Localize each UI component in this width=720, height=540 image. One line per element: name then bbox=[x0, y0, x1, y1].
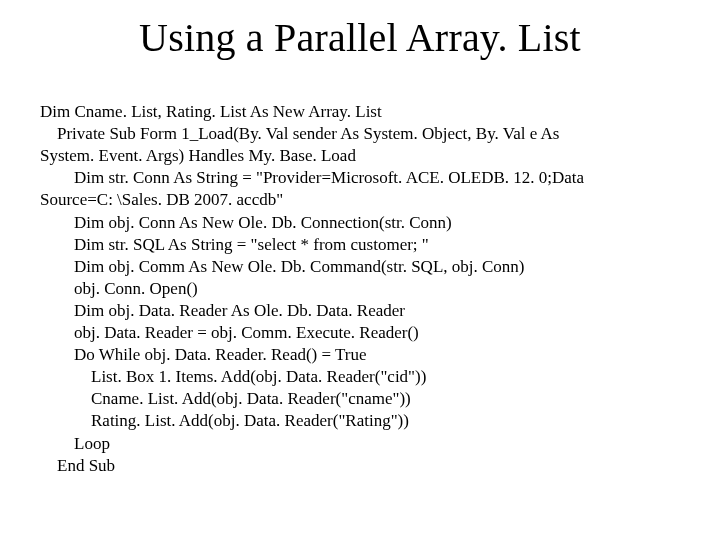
slide-title: Using a Parallel Array. List bbox=[40, 14, 680, 61]
code-line: Source=C: \Sales. DB 2007. accdb" bbox=[40, 190, 283, 209]
slide: Using a Parallel Array. List Dim Cname. … bbox=[0, 0, 720, 540]
code-line: Loop bbox=[40, 434, 110, 453]
code-line: Rating. List. Add(obj. Data. Reader("Rat… bbox=[40, 411, 409, 430]
code-line: Do While obj. Data. Reader. Read() = Tru… bbox=[40, 345, 367, 364]
code-line: Dim Cname. List, Rating. List As New Arr… bbox=[40, 102, 382, 121]
code-line: List. Box 1. Items. Add(obj. Data. Reade… bbox=[40, 367, 426, 386]
code-line: Dim obj. Comm As New Ole. Db. Command(st… bbox=[40, 257, 525, 276]
code-line: Private Sub Form 1_Load(By. Val sender A… bbox=[40, 124, 559, 143]
code-line: Cname. List. Add(obj. Data. Reader("cnam… bbox=[40, 389, 411, 408]
code-block: Dim Cname. List, Rating. List As New Arr… bbox=[40, 79, 680, 477]
code-line: Dim str. SQL As String = "select * from … bbox=[40, 235, 429, 254]
code-line: obj. Conn. Open() bbox=[40, 279, 198, 298]
code-line: End Sub bbox=[40, 456, 115, 475]
code-line: Dim obj. Data. Reader As Ole. Db. Data. … bbox=[40, 301, 405, 320]
code-line: System. Event. Args) Handles My. Base. L… bbox=[40, 146, 356, 165]
code-line: obj. Data. Reader = obj. Comm. Execute. … bbox=[40, 323, 419, 342]
code-line: Dim obj. Conn As New Ole. Db. Connection… bbox=[40, 213, 452, 232]
code-line: Dim str. Conn As String = "Provider=Micr… bbox=[40, 168, 584, 187]
